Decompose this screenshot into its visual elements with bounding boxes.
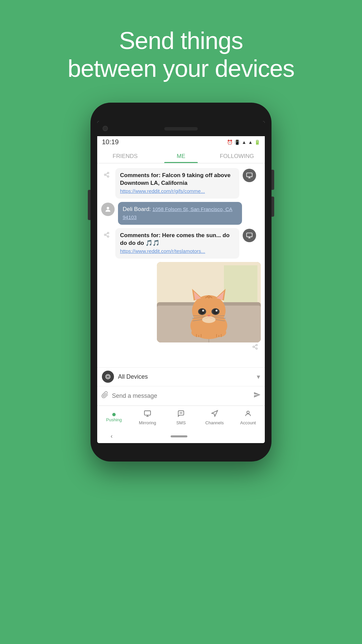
svg-line-13 bbox=[106, 233, 107, 234]
volume-button bbox=[272, 197, 274, 217]
tab-following[interactable]: FOLLOWING bbox=[209, 148, 265, 163]
svg-point-51 bbox=[256, 344, 257, 346]
nav-sms[interactable]: SMS bbox=[164, 410, 198, 425]
hero-line2: between your devices bbox=[68, 55, 294, 83]
svg-rect-56 bbox=[144, 411, 150, 415]
phone-screen: 10:19 ⏰ 📳 ▲ ▲ 🔋 FRIENDS ME FOLLOW bbox=[97, 121, 265, 443]
phone-mockup: 10:19 ⏰ 📳 ▲ ▲ 🔋 FRIENDS ME FOLLOW bbox=[90, 103, 272, 462]
msg-bubble-3: Comments for: Here comes the sun... do d… bbox=[115, 228, 239, 259]
phone-body: 10:19 ⏰ 📳 ▲ ▲ 🔋 FRIENDS ME FOLLOW bbox=[90, 103, 272, 462]
notch bbox=[97, 121, 265, 136]
share-icon-4[interactable] bbox=[252, 344, 258, 352]
alarm-icon: ⏰ bbox=[227, 140, 233, 145]
msg-link-3[interactable]: https://www.reddit.com/r/teslamotors... bbox=[120, 248, 205, 254]
svg-line-54 bbox=[254, 347, 256, 348]
kitten-image bbox=[157, 262, 261, 342]
signal-icon: ▲ bbox=[248, 140, 253, 145]
back-button[interactable]: ‹ bbox=[111, 433, 113, 440]
mirroring-icon bbox=[144, 410, 151, 419]
svg-line-55 bbox=[254, 345, 256, 346]
battery-icon: 🔋 bbox=[254, 140, 260, 145]
nav-account[interactable]: Account bbox=[231, 410, 265, 425]
svg-point-1 bbox=[104, 174, 106, 175]
nav-pushing-label: Pushing bbox=[106, 417, 122, 422]
svg-point-0 bbox=[107, 172, 109, 174]
channels-icon bbox=[211, 410, 218, 419]
nav-channels-label: Channels bbox=[205, 420, 224, 425]
device-avatar-3 bbox=[243, 229, 256, 242]
volume-left-button bbox=[88, 190, 90, 220]
svg-point-30 bbox=[199, 309, 205, 314]
share-icon-3[interactable] bbox=[101, 229, 112, 240]
nav-mirroring-label: Mirroring bbox=[139, 420, 156, 425]
tab-friends[interactable]: FRIENDS bbox=[97, 148, 153, 163]
nav-channels[interactable]: Channels bbox=[198, 410, 231, 425]
status-bar: 10:19 ⏰ 📳 ▲ ▲ 🔋 bbox=[97, 136, 265, 148]
power-button bbox=[272, 170, 274, 190]
status-time: 10:19 bbox=[102, 138, 119, 146]
message-input-bar bbox=[97, 386, 265, 406]
nav-mirroring[interactable]: Mirroring bbox=[131, 410, 164, 425]
share-icon-1[interactable] bbox=[101, 169, 112, 180]
messages-area: Comments for: Falcon 9 taking off above … bbox=[97, 163, 265, 367]
pushing-icon bbox=[112, 413, 116, 416]
sms-icon bbox=[177, 410, 185, 419]
msg-text-2: Deli Board: 1058 Folsom St, San Francisc… bbox=[123, 205, 237, 221]
svg-point-53 bbox=[256, 348, 257, 350]
svg-line-12 bbox=[106, 235, 107, 236]
message-1: Comments for: Falcon 9 taking off above … bbox=[101, 168, 261, 199]
device-selector-icon bbox=[102, 371, 114, 383]
message-2: Deli Board: 1058 Folsom St, San Francisc… bbox=[101, 202, 261, 225]
svg-point-8 bbox=[107, 207, 109, 209]
gesture-bar: ‹ bbox=[97, 430, 265, 443]
tab-me[interactable]: ME bbox=[153, 148, 209, 163]
wifi-icon: ▲ bbox=[242, 140, 246, 145]
hero-text: Send things between your devices bbox=[68, 27, 294, 83]
svg-point-62 bbox=[247, 411, 249, 414]
vibrate-icon: 📳 bbox=[234, 140, 240, 145]
svg-point-34 bbox=[216, 310, 218, 312]
svg-line-3 bbox=[106, 175, 107, 176]
message-4-image bbox=[101, 262, 261, 352]
status-icons: ⏰ 📳 ▲ ▲ 🔋 bbox=[227, 140, 260, 145]
send-icon[interactable] bbox=[253, 391, 261, 400]
message-input[interactable] bbox=[112, 392, 250, 399]
nav-sms-label: SMS bbox=[176, 420, 186, 425]
dropdown-arrow-icon: ▾ bbox=[257, 373, 260, 381]
device-avatar-1 bbox=[243, 169, 256, 182]
camera bbox=[103, 126, 108, 131]
msg-bubble-1: Comments for: Falcon 9 taking off above … bbox=[115, 168, 239, 199]
msg-text-1: Comments for: Falcon 9 taking off above … bbox=[120, 171, 235, 195]
home-bar[interactable] bbox=[171, 435, 187, 437]
msg-text-3: Comments for: Here comes the sun... do d… bbox=[120, 231, 235, 255]
nav-pushing[interactable]: Pushing bbox=[97, 413, 131, 422]
msg-link-1[interactable]: https://www.reddit.com/r/gifs/comme... bbox=[120, 188, 205, 194]
nav-account-label: Account bbox=[240, 420, 256, 425]
svg-point-11 bbox=[107, 236, 109, 237]
svg-point-31 bbox=[202, 310, 204, 312]
msg-link-2[interactable]: 1058 Folsom St, San Francisco, CA 94103 bbox=[123, 206, 232, 220]
svg-point-2 bbox=[107, 176, 109, 177]
tab-bar: FRIENDS ME FOLLOWING bbox=[97, 148, 265, 163]
svg-point-42 bbox=[202, 316, 216, 323]
attach-icon[interactable] bbox=[101, 391, 109, 400]
svg-point-9 bbox=[107, 232, 109, 234]
message-3: Comments for: Here comes the sun... do d… bbox=[101, 228, 261, 259]
svg-point-10 bbox=[104, 234, 106, 235]
svg-line-4 bbox=[106, 173, 107, 174]
msg-bubble-2: Deli Board: 1058 Folsom St, San Francisc… bbox=[118, 202, 242, 225]
bottom-nav: Pushing Mirroring bbox=[97, 406, 265, 430]
svg-point-33 bbox=[213, 309, 218, 314]
svg-rect-5 bbox=[247, 173, 252, 177]
speaker bbox=[164, 127, 198, 130]
svg-rect-14 bbox=[247, 233, 252, 237]
hero-line1: Send things bbox=[68, 27, 294, 55]
user-avatar-2 bbox=[101, 203, 115, 216]
account-icon bbox=[244, 410, 252, 419]
svg-rect-19 bbox=[224, 265, 257, 306]
device-selector[interactable]: All Devices ▾ bbox=[97, 367, 265, 386]
device-selector-label: All Devices bbox=[118, 373, 253, 380]
svg-point-52 bbox=[253, 346, 254, 348]
